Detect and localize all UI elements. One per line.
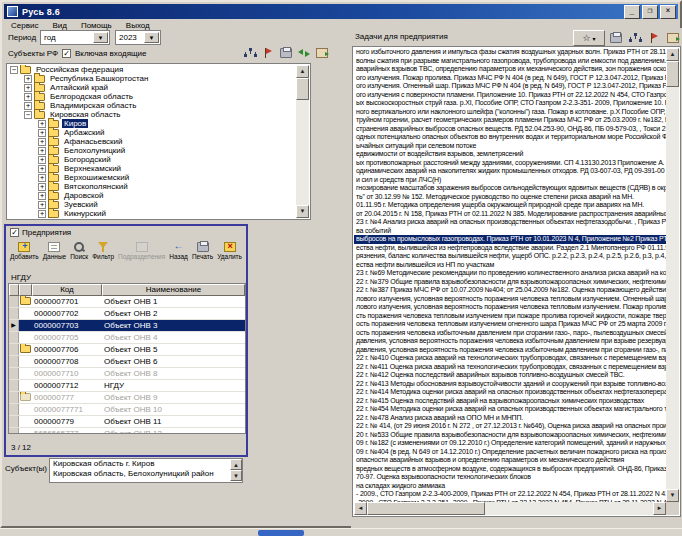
- task-list-item[interactable]: 22 г. №413 Методы обоснования взрывоусто…: [354, 380, 666, 389]
- tree-item-region[interactable]: +Республика Башкортостан: [8, 74, 296, 83]
- toolbar-button-search[interactable]: Поиск: [68, 240, 90, 260]
- table-row[interactable]: 00000077771Объект ОНВ 10: [9, 404, 245, 416]
- expand-icon[interactable]: +: [24, 75, 32, 83]
- table-row[interactable]: 0000007706Объект ОНВ 5: [9, 344, 245, 356]
- task-list-item[interactable]: 22 г. №454 Методика оценки риска аварий …: [354, 405, 666, 414]
- collapse-icon[interactable]: −: [10, 66, 18, 74]
- table-row[interactable]: 000000777Объект ОНВ 9: [9, 392, 245, 404]
- flag-tool-button[interactable]: [260, 46, 275, 59]
- task-list-item[interactable]: 23 г. №4 Анализ риска аварий на опасных …: [354, 218, 666, 227]
- task-list-item[interactable]: ого излучения. Огненный шар. Приказ МЧС …: [354, 82, 666, 91]
- exit-tool-button[interactable]: [665, 32, 680, 45]
- table-row[interactable]: 0000007701Объект ОНВ 1: [9, 296, 245, 308]
- close-button[interactable]: ×: [660, 5, 676, 19]
- collapse-icon[interactable]: −: [24, 111, 32, 119]
- task-list-item[interactable]: опасности аварийных взрывов и определени…: [354, 456, 666, 465]
- task-list-item[interactable]: труйном горении, расчет геометрических р…: [354, 116, 666, 125]
- tree-scrollbar[interactable]: ▲ ▼: [296, 65, 309, 218]
- table-row[interactable]: 0000007710Объект ОНВ 8: [9, 368, 245, 380]
- table-row[interactable]: 0000007708Объект ОНВ 6: [9, 356, 245, 368]
- task-list-item[interactable]: ого излучения. Пожар пролива. Приказ МЧС…: [354, 74, 666, 83]
- chevron-down-icon[interactable]: ▼: [144, 32, 159, 43]
- tasks-scroll-track[interactable]: [666, 61, 679, 489]
- expand-icon[interactable]: +: [38, 183, 46, 191]
- grid-header-code[interactable]: Код: [32, 284, 102, 296]
- tasks-scroll-thumb[interactable]: [666, 61, 679, 87]
- task-list-item[interactable]: давления, условная вероятность поражения…: [354, 337, 666, 346]
- task-list-item[interactable]: лового излучения, условная вероятность п…: [354, 295, 666, 304]
- scroll-right-icon[interactable]: ►: [653, 502, 666, 515]
- task-list-item[interactable]: гнозирование масштабов заражения выбросо…: [354, 184, 666, 193]
- maximize-button[interactable]: ❐: [642, 5, 658, 19]
- grid-header-name[interactable]: Наименование: [102, 284, 245, 296]
- hierarchy-tool-button[interactable]: [242, 46, 257, 59]
- expand-icon[interactable]: +: [38, 147, 46, 155]
- task-list-item[interactable]: 22 г. №412 Оценка последствий аварийных …: [354, 371, 666, 380]
- taskbar-button[interactable]: [258, 530, 304, 536]
- task-list-item[interactable]: вредных веществ в атмосферном воздухе, с…: [354, 465, 666, 474]
- expand-icon[interactable]: +: [38, 138, 46, 146]
- tasks-hscroll-track[interactable]: [367, 502, 653, 515]
- task-list-item[interactable]: одных потенциально опасных объектов во в…: [354, 133, 666, 142]
- transfer-tool-button[interactable]: [296, 46, 311, 59]
- tree-scroll-track[interactable]: [296, 78, 309, 205]
- task-list-item[interactable]: едвижимости от воздействия взрывов, земл…: [354, 150, 666, 159]
- task-list-item[interactable]: и сил и средств при ЛЧС(Н): [354, 176, 666, 185]
- task-list-item[interactable]: ых противопожарных расстояний между здан…: [354, 159, 666, 168]
- task-list-item[interactable]: ва событий: [354, 227, 666, 236]
- year-select[interactable]: 2023 ▼: [115, 30, 161, 45]
- expand-icon[interactable]: +: [38, 192, 46, 200]
- task-list-item[interactable]: странения аварийных выбросов опасных вещ…: [354, 125, 666, 134]
- task-list-item[interactable]: ества нефти, вылившейся из нефтепровода …: [354, 244, 666, 253]
- tree-item-root[interactable]: −Российская федерация: [8, 65, 296, 74]
- include-nested-checkbox[interactable]: ✓: [62, 48, 71, 58]
- toolbar-button-print[interactable]: Печать: [190, 240, 215, 260]
- favorites-button[interactable]: ☆ ▾: [573, 30, 605, 46]
- table-row[interactable]: ▶0000007703Объект ОНВ 3: [9, 320, 245, 332]
- task-list-item[interactable]: аварийных взрывов ТВС, определению парам…: [354, 65, 666, 74]
- tree-item-region[interactable]: +Владимирская область: [8, 101, 296, 110]
- task-list-item[interactable]: выбросов на промысловых газопроводах. Пр…: [354, 235, 666, 244]
- task-list-item[interactable]: 70-97. Оценка взрывоопасности технологич…: [354, 473, 666, 482]
- table-row[interactable]: 0000007712НГДУ: [9, 380, 245, 392]
- print-tool-button[interactable]: [278, 46, 293, 59]
- task-list-item[interactable]: ества нефти вылившейся из НП по участкам: [354, 261, 666, 270]
- task-list-item[interactable]: ычайных ситуаций при селевом потоке: [354, 142, 666, 151]
- print-tool-button[interactable]: [608, 32, 623, 45]
- exit-tool-button[interactable]: [314, 46, 329, 59]
- toolbar-button-add[interactable]: Добавить: [8, 240, 41, 260]
- checkbox-check-icon[interactable]: ✓: [62, 49, 71, 58]
- task-list-item[interactable]: рязнения, баланс количества вылившейся н…: [354, 252, 666, 261]
- task-list-item[interactable]: 09 г. №182 (с изменениями от 09.12.2010 …: [354, 439, 666, 448]
- expand-icon[interactable]: +: [38, 120, 46, 128]
- task-list-item[interactable]: 22 г. №410 Оценка риска аварий на технол…: [354, 354, 666, 363]
- task-list-item[interactable]: 01.11.95 г. Методика определения ущерба …: [354, 201, 666, 210]
- task-list-item[interactable]: на складах жидкого аммиака: [354, 482, 666, 491]
- tree-scroll-thumb[interactable]: [296, 78, 309, 100]
- tasks-hscroll-thumb[interactable]: [367, 502, 485, 515]
- task-list-item[interactable]: - 2009., СТО Газпром 2-2.3-400-2009, При…: [354, 490, 666, 499]
- task-list-item[interactable]: 23 г. №69 Методические рекомендации по п…: [354, 269, 666, 278]
- flag-tool-button[interactable]: [646, 32, 661, 45]
- task-list-item[interactable]: 22 г. №379 Общие правила взрывобезопасно…: [354, 278, 666, 287]
- table-row[interactable]: 0000007702Объект ОНВ 2: [9, 308, 245, 320]
- task-list-item[interactable]: ного избыточного давления и импульса фаз…: [354, 48, 666, 57]
- spin-down-icon[interactable]: ▼: [230, 470, 242, 481]
- scroll-left-icon[interactable]: ◄: [354, 502, 367, 515]
- minimize-button[interactable]: _: [624, 5, 640, 19]
- toolbar-button-filter[interactable]: Фильтр: [90, 240, 116, 260]
- task-list-item[interactable]: ых высокоскоростных струй газа. р.XI, По…: [354, 99, 666, 108]
- hierarchy-tool-button[interactable]: [627, 32, 642, 45]
- expand-icon[interactable]: +: [38, 165, 46, 173]
- toolbar-button-back[interactable]: Назад: [167, 240, 190, 260]
- scroll-up-icon[interactable]: ▲: [666, 48, 679, 61]
- scroll-down-icon[interactable]: ▼: [666, 489, 679, 502]
- expand-icon[interactable]: +: [38, 129, 46, 137]
- period-select[interactable]: год ▼: [40, 30, 110, 45]
- task-list-item[interactable]: ного вертикального или наклонного шлейфа…: [354, 108, 666, 117]
- task-list-item[interactable]: ость поражения человека избыточным давле…: [354, 329, 666, 338]
- task-list-item[interactable]: ть" от 30.12.99 № 152. Методическое руко…: [354, 193, 666, 202]
- expand-icon[interactable]: +: [38, 174, 46, 182]
- task-list-item[interactable]: давления, условная вероятность поражения…: [354, 346, 666, 355]
- task-list-item[interactable]: одинамических аварий на накопителях жидк…: [354, 167, 666, 176]
